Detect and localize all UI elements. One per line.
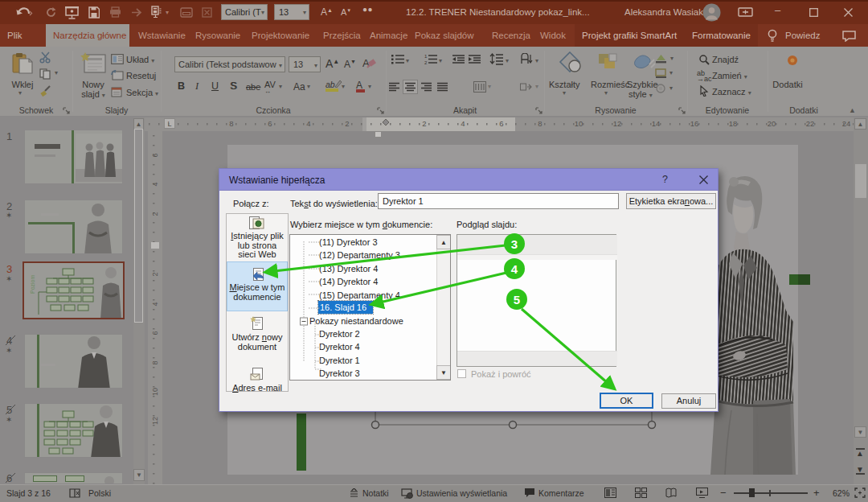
svg-text:6: 6 <box>151 153 159 157</box>
svg-text:1: 1 <box>424 54 428 59</box>
svg-text:2: 2 <box>424 60 428 64</box>
svg-text:12: 12 <box>151 417 159 425</box>
svg-text:4: 4 <box>151 182 159 186</box>
svg-text:2: 2 <box>151 212 159 216</box>
svg-text:4: 4 <box>151 302 159 306</box>
svg-text:10: 10 <box>151 388 159 396</box>
svg-text:2: 2 <box>151 272 159 276</box>
svg-text:6: 6 <box>151 331 159 335</box>
svg-text:8: 8 <box>151 360 159 364</box>
